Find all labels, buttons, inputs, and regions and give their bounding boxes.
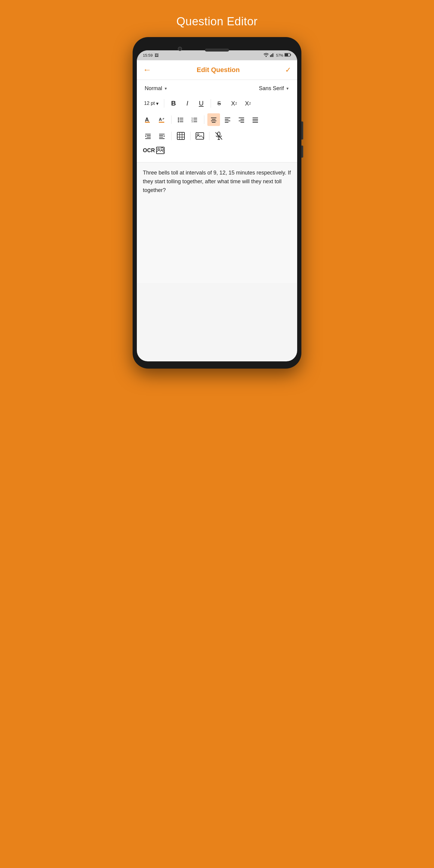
italic-button[interactable]: I bbox=[181, 97, 194, 110]
svg-rect-38 bbox=[253, 119, 258, 120]
ocr-label: OCR bbox=[143, 147, 155, 154]
align-right-button[interactable] bbox=[235, 113, 248, 126]
svg-rect-47 bbox=[159, 135, 163, 136]
svg-rect-4 bbox=[274, 53, 275, 57]
status-bar: 15:59 🖼 bbox=[137, 50, 297, 60]
separator-3 bbox=[171, 116, 172, 124]
ocr-button[interactable]: OCR bbox=[142, 144, 166, 157]
subscript-button[interactable]: X2 bbox=[242, 97, 254, 110]
svg-rect-29 bbox=[225, 118, 230, 118]
svg-point-13 bbox=[178, 118, 179, 119]
app-content: ← Edit Question ✓ Normal ▼ Sans Serif ▼ bbox=[137, 60, 297, 283]
svg-rect-42 bbox=[145, 138, 151, 139]
svg-text:3.: 3. bbox=[191, 120, 193, 123]
superscript-button[interactable]: X2 bbox=[228, 97, 241, 110]
indent-left-button[interactable] bbox=[156, 130, 168, 142]
bold-button[interactable]: B bbox=[167, 97, 180, 110]
svg-rect-10 bbox=[145, 122, 150, 123]
svg-rect-16 bbox=[180, 120, 183, 120]
header: ← Edit Question ✓ bbox=[137, 60, 297, 80]
page-background-title: Question Editor bbox=[176, 15, 257, 28]
svg-point-0 bbox=[266, 56, 267, 57]
align-left-button[interactable] bbox=[221, 113, 234, 126]
text-color-button[interactable]: A bbox=[142, 113, 154, 126]
separator-5 bbox=[171, 132, 172, 140]
mic-button[interactable] bbox=[213, 130, 225, 142]
svg-rect-36 bbox=[241, 122, 244, 123]
numbered-list-button[interactable]: 1. 2. 3. bbox=[188, 113, 201, 126]
svg-rect-6 bbox=[290, 54, 291, 56]
svg-rect-3 bbox=[273, 53, 273, 57]
strikethrough-button[interactable]: S bbox=[214, 97, 227, 110]
svg-rect-18 bbox=[180, 121, 183, 122]
phone-shell: 15:59 🖼 bbox=[133, 37, 301, 369]
time-display: 15:59 bbox=[143, 53, 153, 58]
svg-rect-7 bbox=[285, 54, 288, 56]
phone-screen: 15:59 🖼 bbox=[137, 50, 297, 361]
svg-rect-41 bbox=[145, 134, 151, 134]
wifi-icon bbox=[264, 53, 269, 58]
font-family-label: Sans Serif bbox=[259, 85, 284, 92]
svg-rect-2 bbox=[271, 54, 272, 57]
svg-line-63 bbox=[163, 150, 164, 151]
svg-rect-14 bbox=[180, 118, 183, 119]
font-style-arrow: ▼ bbox=[164, 87, 167, 91]
svg-rect-12 bbox=[159, 122, 164, 123]
svg-point-15 bbox=[178, 119, 179, 121]
format-row: 12 pt ▾ B I U S X2 bbox=[142, 97, 292, 110]
underline-button[interactable]: U bbox=[195, 97, 208, 110]
svg-rect-45 bbox=[159, 134, 164, 134]
extra-tools-row bbox=[142, 130, 292, 142]
svg-rect-22 bbox=[193, 120, 197, 120]
ocr-row: OCR bbox=[142, 144, 292, 157]
status-left: 15:59 🖼 bbox=[143, 53, 158, 58]
highlight-button[interactable]: A bbox=[156, 113, 168, 126]
svg-rect-28 bbox=[212, 122, 216, 123]
separator-6 bbox=[190, 132, 190, 140]
svg-rect-1 bbox=[270, 55, 271, 57]
svg-rect-44 bbox=[147, 137, 151, 137]
svg-rect-26 bbox=[212, 119, 216, 120]
image-button[interactable] bbox=[193, 130, 206, 142]
svg-rect-46 bbox=[159, 138, 164, 139]
toolbar-area: Normal ▼ Sans Serif ▼ 12 pt ▾ bbox=[137, 80, 297, 162]
separator-7 bbox=[209, 132, 210, 140]
separator-2 bbox=[211, 99, 211, 107]
svg-rect-40 bbox=[253, 122, 258, 123]
table-button[interactable] bbox=[175, 130, 187, 142]
font-style-label: Normal bbox=[145, 85, 162, 92]
signal-icon bbox=[270, 53, 275, 58]
font-style-dropdown[interactable]: Normal ▼ bbox=[142, 84, 170, 93]
side-button-volume bbox=[301, 146, 303, 158]
align-center-button[interactable] bbox=[207, 113, 220, 126]
font-size-button[interactable]: 12 pt ▾ bbox=[142, 99, 161, 107]
font-selectors-row: Normal ▼ Sans Serif ▼ bbox=[142, 84, 292, 93]
svg-rect-37 bbox=[253, 118, 258, 118]
camera bbox=[178, 47, 182, 51]
back-button[interactable]: ← bbox=[143, 65, 151, 75]
status-right: 57% bbox=[264, 53, 291, 58]
font-size-label: 12 pt bbox=[144, 101, 155, 106]
confirm-button[interactable]: ✓ bbox=[285, 66, 291, 74]
justify-button[interactable] bbox=[249, 113, 261, 126]
svg-rect-25 bbox=[211, 118, 216, 118]
editor-text: Three bells toll at intervals of 9, 12, … bbox=[143, 168, 291, 194]
editor-content-area[interactable]: Three bells toll at intervals of 9, 12, … bbox=[137, 162, 297, 283]
svg-rect-34 bbox=[241, 119, 244, 120]
svg-text:A: A bbox=[159, 117, 162, 122]
svg-rect-31 bbox=[225, 121, 230, 121]
indent-right-button[interactable] bbox=[142, 130, 154, 142]
header-title: Edit Question bbox=[197, 66, 240, 74]
battery-display: 57% bbox=[276, 53, 283, 58]
svg-rect-43 bbox=[147, 135, 151, 136]
font-family-dropdown[interactable]: Sans Serif ▼ bbox=[256, 84, 292, 93]
gallery-icon: 🖼 bbox=[155, 53, 158, 58]
svg-rect-27 bbox=[211, 121, 216, 121]
svg-rect-35 bbox=[239, 121, 244, 121]
battery-icon bbox=[284, 53, 291, 58]
svg-rect-39 bbox=[253, 121, 258, 121]
font-family-arrow: ▼ bbox=[286, 87, 289, 91]
bullet-list-button[interactable] bbox=[175, 113, 187, 126]
svg-rect-33 bbox=[239, 118, 244, 118]
svg-point-17 bbox=[178, 121, 179, 122]
